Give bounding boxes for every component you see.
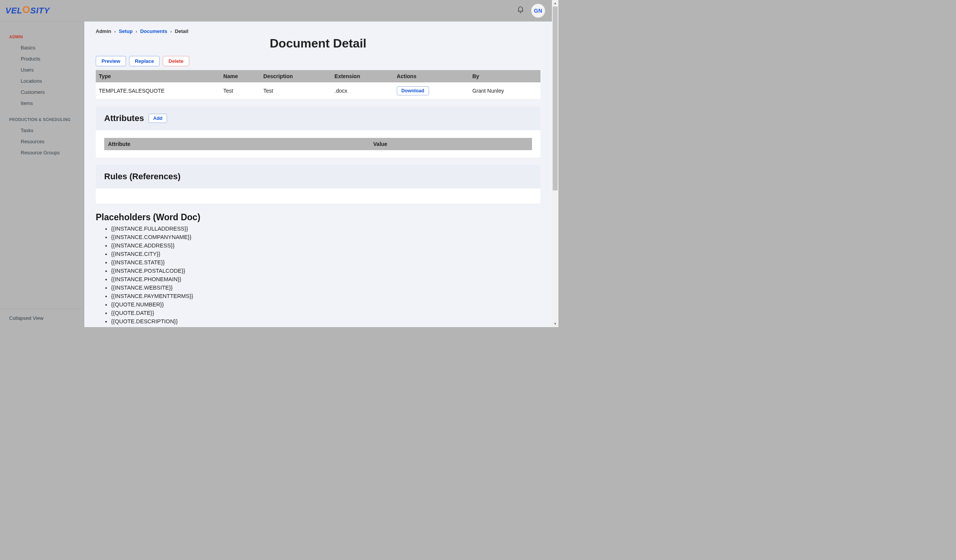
placeholder-item: {{INSTANCE.WEBSITE}} (111, 284, 540, 292)
attributes-card: Attributes Add Attribute Value (96, 106, 540, 158)
chevron-right-icon: › (170, 29, 172, 34)
col-value: Value (370, 138, 532, 150)
col-by: By (469, 70, 540, 82)
sidebar-item[interactable]: Items (0, 98, 84, 109)
user-avatar-initials: GN (534, 8, 542, 14)
user-avatar[interactable]: GN (531, 4, 545, 18)
delete-button[interactable]: Delete (163, 56, 189, 66)
cell-description: Test (260, 82, 332, 100)
main-content: Admin›Setup›Documents›Detail Document De… (84, 21, 552, 327)
app-logo[interactable]: VELOSITY (5, 5, 50, 16)
sidebar-item[interactable]: Products (0, 53, 84, 64)
scroll-thumb[interactable] (553, 7, 558, 190)
cell-type: TEMPLATE.SALESQUOTE (96, 82, 220, 100)
sidebar-section-label: PRODUCTION & SCHEDULING (0, 115, 84, 124)
sidebar-section-items: BasicsProductsUsersLocationsCustomersIte… (0, 41, 84, 115)
placeholders-title: Placeholders (Word Doc) (96, 212, 540, 223)
rules-title: Rules (References) (104, 172, 180, 182)
notifications-bell-icon[interactable] (517, 6, 524, 15)
document-table-head-row: Type Name Description Extension Actions … (96, 70, 540, 82)
sidebar-section-items: TasksResourcesResource Groups (0, 124, 84, 164)
attributes-table-head-row: Attribute Value (104, 138, 532, 150)
logo-text-pre: VEL (5, 6, 22, 16)
sidebar-item[interactable]: Resource Groups (0, 147, 84, 158)
logo-swirl-icon: O (22, 4, 30, 16)
chevron-right-icon: › (114, 29, 116, 34)
sidebar-scroll: ADMINBasicsProductsUsersLocationsCustome… (0, 21, 84, 309)
document-table-row: TEMPLATE.SALESQUOTE Test Test .docx Down… (96, 82, 540, 100)
placeholder-item: {{INSTANCE.COMPANYNAME}} (111, 233, 540, 241)
sidebar-section-label: ADMIN (0, 32, 84, 41)
placeholder-item: {{INSTANCE.STATE}} (111, 259, 540, 267)
col-description: Description (260, 70, 332, 82)
add-attribute-button[interactable]: Add (149, 114, 167, 123)
sidebar-collapse-toggle[interactable]: Collapsed View (0, 309, 84, 327)
sidebar-item[interactable]: Resources (0, 136, 84, 147)
scroll-track[interactable] (552, 7, 558, 321)
placeholder-item: {{INSTANCE.FULLADDRESS}} (111, 225, 540, 233)
breadcrumb-link[interactable]: Setup (119, 28, 133, 34)
sidebar-item[interactable]: Locations (0, 75, 84, 87)
placeholder-item: {{INSTANCE.POSTALCODE}} (111, 267, 540, 275)
breadcrumbs: Admin›Setup›Documents›Detail (96, 28, 540, 34)
replace-button[interactable]: Replace (129, 56, 160, 66)
placeholder-item: {{QUOTE.DESCRIPTION}} (111, 318, 540, 326)
placeholders-list: {{INSTANCE.FULLADDRESS}}{{INSTANCE.COMPA… (96, 225, 540, 326)
chevron-right-icon: › (136, 29, 137, 34)
sidebar-item[interactable]: Tasks (0, 125, 84, 136)
page-scrollbar[interactable]: ▲ ▼ (552, 0, 558, 327)
scroll-up-arrow-icon[interactable]: ▲ (552, 0, 558, 7)
col-extension: Extension (331, 70, 394, 82)
col-actions: Actions (394, 70, 469, 82)
action-row: Preview Replace Delete (96, 56, 540, 66)
rules-card: Rules (References) (96, 165, 540, 204)
col-type: Type (96, 70, 220, 82)
page-title: Document Detail (96, 36, 540, 51)
logo-text-post: SITY (30, 6, 50, 16)
placeholder-item: {{INSTANCE.CITY}} (111, 250, 540, 258)
placeholder-item: {{INSTANCE.PAYMENTTERMS}} (111, 292, 540, 300)
col-attribute: Attribute (104, 138, 370, 150)
cell-extension: .docx (331, 82, 394, 100)
cell-name: Test (220, 82, 260, 100)
placeholder-item: {{INSTANCE.ADDRESS}} (111, 242, 540, 250)
topbar: VELOSITY GN (0, 0, 552, 21)
sidebar-item[interactable]: Customers (0, 87, 84, 98)
sidebar: ADMINBasicsProductsUsersLocationsCustome… (0, 21, 84, 327)
sidebar-item[interactable]: Basics (0, 42, 84, 53)
cell-by: Grant Nunley (469, 82, 540, 100)
download-button[interactable]: Download (397, 86, 429, 95)
breadcrumb-text: Detail (175, 28, 188, 34)
placeholder-item: {{QUOTE.NUMBER}} (111, 301, 540, 309)
attributes-table: Attribute Value (104, 138, 532, 150)
attributes-title: Attributes (104, 113, 144, 123)
breadcrumb-link[interactable]: Documents (140, 28, 167, 34)
placeholder-item: {{INSTANCE.PHONEMAIN}} (111, 275, 540, 283)
breadcrumb-text: Admin (96, 28, 111, 34)
placeholder-item: {{QUOTE.DATE}} (111, 309, 540, 317)
preview-button[interactable]: Preview (96, 56, 126, 66)
sidebar-item[interactable]: Users (0, 64, 84, 75)
app-shell: VELOSITY GN ADMINBasicsProductsUsersLoca… (0, 0, 558, 327)
document-table: Type Name Description Extension Actions … (96, 70, 540, 100)
col-name: Name (220, 70, 260, 82)
cell-actions: Download (394, 82, 469, 100)
scroll-down-arrow-icon[interactable]: ▼ (552, 321, 558, 327)
